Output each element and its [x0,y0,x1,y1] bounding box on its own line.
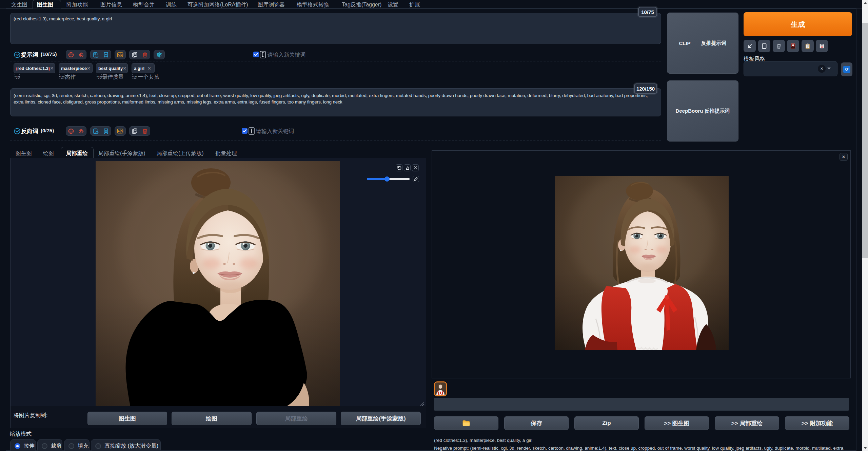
svg-text:A: A [118,130,120,133]
svg-text:A: A [118,53,120,56]
svg-text:B: B [121,53,123,56]
svg-text:B: B [121,130,123,133]
